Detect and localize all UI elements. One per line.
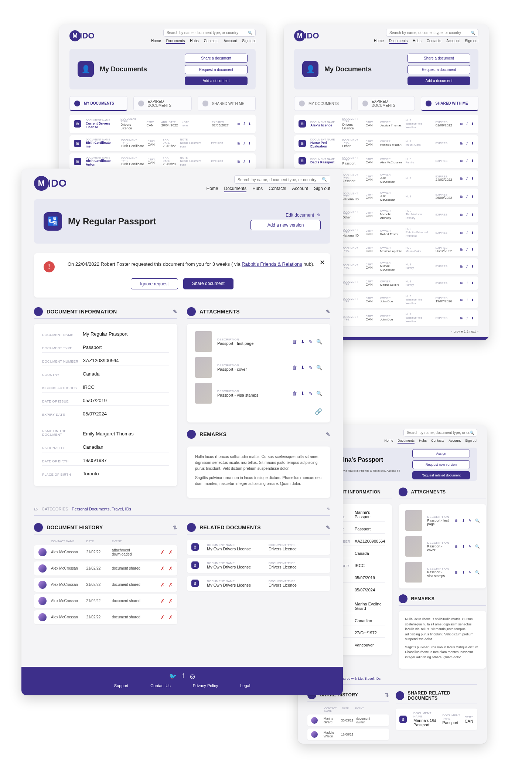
download-icon[interactable]: ⬇ (471, 177, 474, 180)
search-icon[interactable]: 🔍 (471, 31, 475, 35)
tab-my-documents[interactable]: MY DOCUMENTS (294, 96, 352, 111)
footer-privacy[interactable]: Privacy Policy (193, 683, 218, 688)
document-row[interactable]: 🗎 DOCUMENT NAMEDad's Passport DOCUMENT T… (294, 153, 478, 168)
nav-documents[interactable]: Documents (224, 186, 247, 191)
share-icon[interactable]: ⤴ (243, 142, 245, 145)
nav-documents[interactable]: Documents (398, 439, 415, 442)
zoom-icon[interactable]: 🔍 (475, 570, 480, 574)
view-icon[interactable]: 🗎 (460, 122, 463, 126)
nav-hubs[interactable]: Hubs (190, 39, 198, 43)
edit-icon[interactable]: ✎ (468, 544, 471, 549)
attachment-thumbnail[interactable] (195, 331, 212, 352)
search[interactable]: 🔍 (234, 175, 330, 184)
nav-documents[interactable]: Documents (389, 39, 408, 43)
attachment-thumbnail[interactable] (405, 536, 422, 557)
unshare-icon[interactable]: ✗ (160, 582, 165, 588)
edit-icon[interactable]: ✎ (173, 309, 177, 315)
download-icon[interactable]: ⬇ (462, 570, 465, 574)
view-icon[interactable]: 🗎 (460, 159, 463, 163)
nav-signout[interactable]: Sign out (314, 186, 330, 191)
request-new-version-button[interactable]: Request new version (412, 460, 470, 469)
instagram-icon[interactable]: ◎ (190, 673, 195, 680)
view-icon[interactable]: 🗎 (460, 195, 463, 198)
nav-home[interactable]: Home (207, 186, 218, 191)
view-icon[interactable]: 🗎 (460, 142, 463, 145)
nav-hubs[interactable]: Hubs (413, 39, 421, 43)
tab-shared[interactable]: SHARED WITH ME (421, 96, 478, 111)
view-icon[interactable]: 🗎 (460, 248, 463, 251)
remove-icon[interactable]: ✗ (168, 582, 173, 588)
search-icon[interactable]: 🔍 (470, 431, 474, 435)
nav-contacts[interactable]: Contacts (204, 39, 218, 43)
share-icon[interactable]: ⤴ (466, 122, 468, 126)
nav-contacts[interactable]: Contacts (269, 186, 286, 191)
tab-shared[interactable]: SHARED WITH ME (198, 96, 256, 111)
zoom-icon[interactable]: 🔍 (316, 365, 322, 370)
nav-contacts[interactable]: Contacts (431, 439, 444, 442)
related-row[interactable]: 🗎 DOCUMENT NAMEMarina's Old Passport DOC… (396, 709, 477, 730)
sort-icon[interactable]: ⇅ (173, 524, 177, 530)
search-input[interactable] (389, 31, 471, 35)
view-icon[interactable]: 🗎 (460, 316, 463, 320)
view-icon[interactable]: 🗎 (460, 213, 463, 217)
tab-expired[interactable]: EXPIRED DOCUMENTS (358, 96, 415, 111)
related-row[interactable]: 🗎 DOCUMENT NAMEMy Own Drivers License DO… (187, 558, 330, 573)
request-document-button[interactable]: Request a document (185, 65, 248, 74)
download-icon[interactable]: ⬇ (471, 159, 474, 163)
related-row[interactable]: 🗎 DOCUMENT NAMEMy Own Drivers License DO… (187, 540, 330, 555)
download-icon[interactable]: ⬇ (301, 365, 305, 370)
edit-icon[interactable]: ✎ (308, 339, 313, 344)
download-icon[interactable]: ⬇ (471, 142, 474, 145)
share-icon[interactable]: ⤴ (466, 159, 468, 163)
search[interactable]: 🔍 (403, 429, 477, 437)
assign-button[interactable]: Assign (412, 449, 470, 458)
remove-icon[interactable]: ✗ (168, 566, 173, 571)
search-input[interactable] (167, 31, 248, 35)
edit-icon[interactable]: ✎ (326, 309, 330, 315)
document-row[interactable]: 🗎 DOCUMENT NAMEBirth Certificate - me DO… (69, 135, 256, 151)
download-icon[interactable]: ⬇ (462, 519, 465, 523)
share-icon[interactable]: ⤴ (466, 281, 468, 285)
ignore-request-button[interactable]: Ignore request (131, 278, 178, 289)
attachment-thumbnail[interactable] (405, 562, 422, 583)
download-icon[interactable]: ⬇ (471, 213, 474, 217)
download-icon[interactable]: ⬇ (471, 298, 474, 302)
request-related-button[interactable]: Request related document (412, 471, 470, 479)
nav-signout[interactable]: Sign out (465, 39, 478, 43)
search[interactable]: 🔍 (386, 29, 478, 37)
share-icon[interactable]: ⤴ (243, 122, 245, 126)
tab-expired[interactable]: EXPIRED DOCUMENTS (133, 96, 191, 111)
unshare-icon[interactable]: ✗ (160, 614, 165, 620)
delete-icon[interactable]: 🗑 (292, 365, 297, 370)
search-input[interactable] (238, 177, 322, 182)
remove-icon[interactable]: ✗ (168, 598, 173, 604)
share-document-button[interactable]: Share document (183, 278, 233, 289)
view-icon[interactable]: 🗎 (237, 122, 241, 126)
view-icon[interactable]: 🗎 (460, 265, 463, 268)
delete-icon[interactable]: 🗑 (292, 339, 297, 344)
edit-icon[interactable]: ✎ (468, 570, 471, 574)
add-document-button[interactable]: Add a document (407, 77, 470, 85)
download-icon[interactable]: ⬇ (471, 195, 474, 198)
nav-home[interactable]: Home (151, 39, 161, 43)
edit-icon[interactable]: ✎ (327, 507, 330, 512)
twitter-icon[interactable]: 🐦 (169, 673, 177, 680)
search-icon[interactable]: 🔍 (248, 31, 252, 35)
footer-contact[interactable]: Contact Us (150, 683, 170, 688)
zoom-icon[interactable]: 🔍 (475, 544, 480, 549)
unshare-icon[interactable]: ✗ (160, 549, 165, 555)
unshare-icon[interactable]: ✗ (160, 598, 165, 604)
download-icon[interactable]: ⬇ (471, 231, 474, 235)
view-icon[interactable]: 🗎 (237, 160, 241, 163)
nav-account[interactable]: Account (292, 186, 308, 191)
share-icon[interactable]: ⤴ (466, 265, 468, 268)
footer-support[interactable]: Support (114, 683, 129, 688)
share-icon[interactable]: ⤴ (466, 316, 468, 320)
nav-account[interactable]: Account (449, 439, 461, 442)
download-icon[interactable]: ⬇ (462, 544, 465, 549)
edit-icon[interactable]: ✎ (308, 365, 313, 370)
share-icon[interactable]: ⤴ (466, 213, 468, 217)
edit-document-link[interactable]: Edit document✎ (250, 213, 321, 218)
download-icon[interactable]: ⬇ (471, 265, 474, 268)
search[interactable]: 🔍 (163, 29, 256, 37)
